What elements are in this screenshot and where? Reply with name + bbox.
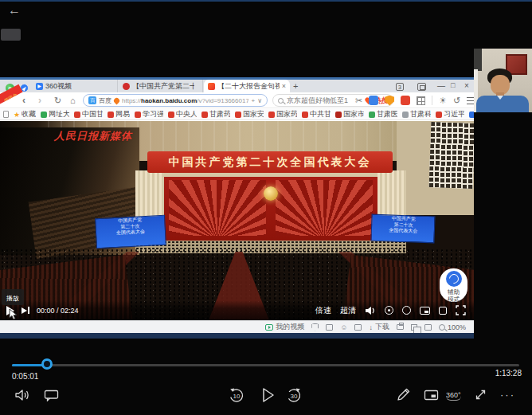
menu-hamburger-icon[interactable] bbox=[467, 97, 474, 104]
sidebar-toggle-icon[interactable] bbox=[3, 111, 9, 118]
bookmark-item[interactable]: 甘肃科技 bbox=[402, 109, 431, 119]
zoom-magnifier-icon bbox=[439, 324, 445, 331]
party-emblem bbox=[264, 186, 278, 201]
bookmark-item[interactable]: 网易 bbox=[108, 109, 130, 119]
tab-count-badge[interactable]: 3 bbox=[396, 83, 404, 91]
baidu-badge-label: 百度 bbox=[99, 96, 111, 105]
mini-time: 00:00 / 02:24 bbox=[37, 307, 79, 315]
mini-pip-icon[interactable] bbox=[420, 307, 430, 315]
tab-close-icon[interactable]: × bbox=[282, 82, 286, 90]
url-scheme: https:// bbox=[122, 97, 141, 104]
apps-grid-icon[interactable] bbox=[417, 96, 425, 105]
paw-icon bbox=[113, 96, 121, 104]
mini-volume-icon[interactable] bbox=[365, 306, 376, 315]
mini-player-bar: 00:00 / 02:24 倍速 超清 bbox=[0, 300, 474, 320]
nav-forward-icon[interactable]: › bbox=[38, 94, 41, 107]
home-icon[interactable]: ⌂ bbox=[70, 94, 76, 107]
extension-icon-blue[interactable] bbox=[369, 96, 378, 105]
nav-back-icon[interactable]: ‹ bbox=[22, 94, 25, 107]
status-printer-icon[interactable] bbox=[397, 324, 404, 330]
window-close-button[interactable]: × bbox=[464, 81, 469, 90]
bookmark-item[interactable]: 网址大全 bbox=[41, 109, 69, 119]
forward-30-button[interactable]: 30 bbox=[285, 386, 303, 404]
baidu-badge-glyph: 百 bbox=[90, 98, 95, 104]
pip-button[interactable] bbox=[424, 390, 439, 401]
bookmark-label: 甘肃药监 bbox=[209, 109, 230, 119]
tab-congress[interactable]: 【中国共产党第二十次全国代 bbox=[119, 80, 203, 92]
status-plugin-icon[interactable] bbox=[354, 324, 362, 331]
status-shield-icon[interactable] bbox=[311, 323, 319, 331]
rewind-10-button[interactable]: 10 bbox=[228, 386, 245, 404]
extension-icon-red[interactable] bbox=[401, 96, 410, 105]
bookmark-item[interactable]: 中共甘肃 bbox=[302, 109, 331, 119]
mini-record-icon[interactable] bbox=[402, 306, 411, 315]
webcam-overlay[interactable] bbox=[474, 49, 532, 112]
bookmark-item[interactable]: 甘肃医保 bbox=[369, 109, 397, 119]
refresh-icon[interactable]: ↻ bbox=[54, 94, 61, 107]
url-field[interactable]: 百 百度 https://haokan.baidu.com/v?vid=9136… bbox=[83, 94, 268, 107]
download-button[interactable]: ↓下载 bbox=[369, 322, 389, 332]
mini-widescreen-icon[interactable] bbox=[439, 307, 447, 315]
total-time-label: 1:13:28 bbox=[482, 369, 522, 378]
tab-label: 360视频 bbox=[45, 81, 72, 92]
subtitle-button[interactable] bbox=[44, 390, 59, 401]
bookmark-item[interactable]: 习近平 bbox=[436, 109, 464, 119]
video-frame[interactable]: 中国共产党第二十次全国代表大会 中国共产党第二十次全国代表大会 中国共产党第二十… bbox=[0, 121, 474, 320]
bookmark-favicon bbox=[302, 112, 308, 118]
bookmark-item[interactable]: 甘肃药监 bbox=[201, 109, 230, 119]
volume-button[interactable] bbox=[14, 389, 29, 401]
url-dropdown-icon[interactable]: ∨ bbox=[257, 97, 262, 104]
quality-button[interactable]: 超清 bbox=[340, 305, 356, 316]
new-tab-button[interactable]: + bbox=[293, 81, 298, 91]
bookmark-item[interactable]: 中国甘肃 bbox=[74, 109, 103, 119]
bookmark-label: 网址大全 bbox=[49, 109, 69, 119]
tab-manager-icon[interactable] bbox=[417, 83, 426, 91]
play-tooltip-label: 播放 bbox=[6, 294, 19, 303]
status-monitor-icon[interactable] bbox=[326, 324, 333, 331]
window-maximize-button[interactable]: □ bbox=[451, 81, 455, 89]
bookmark-favicon bbox=[402, 112, 409, 118]
bookmark-item[interactable]: 国家安全 bbox=[235, 109, 264, 119]
tab-active-haokan[interactable]: 【二十大报告金句视频版 × bbox=[204, 80, 290, 92]
led-screen-right: 中国共产党第二十次全国代表大会 bbox=[370, 214, 435, 244]
mini-fullscreen-icon[interactable] bbox=[456, 305, 466, 315]
bookmark-item[interactable]: 国家药监 bbox=[268, 109, 297, 119]
mini-next-icon[interactable] bbox=[22, 307, 29, 314]
window-minimize-button[interactable]: — bbox=[437, 81, 445, 90]
security-shield-icon[interactable] bbox=[385, 96, 394, 106]
status-smiley-icon[interactable]: ☺ bbox=[340, 323, 347, 331]
page-zoom-control[interactable]: 100% bbox=[439, 323, 466, 331]
status-copy-icon[interactable] bbox=[411, 324, 417, 331]
assist-mode-button[interactable]: 辅助 模式 bbox=[440, 268, 467, 302]
star-icon: ★ bbox=[14, 111, 20, 119]
seek-bar-thumb[interactable] bbox=[41, 358, 53, 370]
toolbar-divider bbox=[432, 96, 432, 105]
bookmark-label: 网易 bbox=[115, 109, 130, 119]
brightness-icon[interactable]: ☀ bbox=[439, 95, 447, 106]
rotate-360-button[interactable]: 360° bbox=[446, 391, 461, 401]
url-add-icon[interactable]: + bbox=[251, 97, 255, 104]
speed-button[interactable]: 倍速 bbox=[315, 305, 331, 316]
undo-history-icon[interactable]: ↺ bbox=[453, 95, 460, 106]
bookmark-label: 中共甘肃 bbox=[310, 109, 331, 119]
bookmark-favorites[interactable]: ★收藏 bbox=[14, 109, 36, 119]
more-options-button[interactable]: ··· bbox=[500, 389, 515, 401]
bookmark-item[interactable]: 中央人民 bbox=[168, 109, 197, 119]
bookmark-item[interactable]: 国家市场 bbox=[335, 109, 364, 119]
screenshot-scissors-icon[interactable]: ✂ bbox=[355, 95, 362, 106]
status-window-icon[interactable] bbox=[424, 324, 432, 331]
back-arrow-icon[interactable]: ← bbox=[8, 4, 21, 17]
bookmark-label: 甘肃科技 bbox=[410, 109, 431, 119]
mini-screenshot-icon[interactable] bbox=[385, 306, 393, 315]
fullscreen-button[interactable] bbox=[475, 389, 487, 401]
seek-bar-track[interactable] bbox=[12, 364, 519, 366]
bookmark-favicon bbox=[168, 112, 174, 118]
bookmark-item[interactable]: 学习强国 bbox=[135, 109, 163, 119]
annotate-pen-button[interactable] bbox=[397, 388, 410, 401]
tab-360-video[interactable]: ▶ 360视频 bbox=[32, 80, 118, 92]
bookmark-label: 国家安全 bbox=[243, 109, 264, 119]
my-videos-button[interactable]: 我的视频 bbox=[265, 322, 304, 332]
bookmark-label: 国家药监 bbox=[276, 109, 297, 119]
bookmark-favicon bbox=[268, 112, 275, 118]
play-button[interactable] bbox=[261, 387, 275, 403]
